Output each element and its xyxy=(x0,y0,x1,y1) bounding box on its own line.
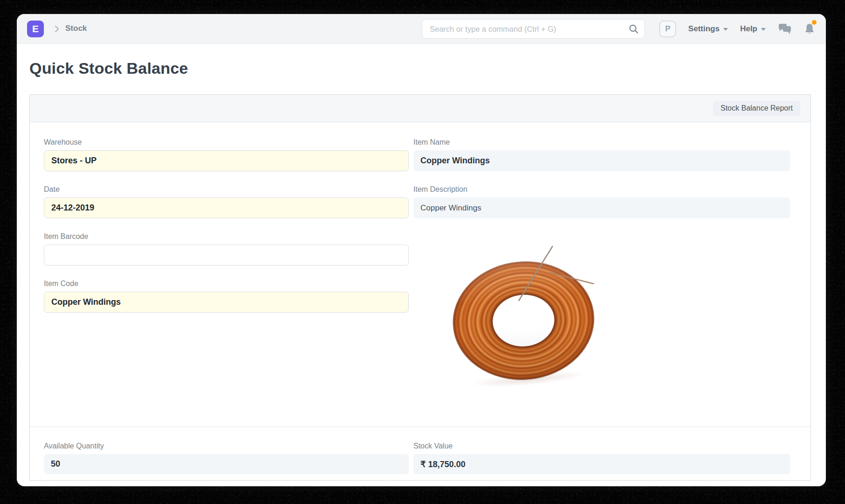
navbar-right-cluster: P Settings Help xyxy=(659,14,815,44)
user-avatar[interactable]: P xyxy=(659,21,676,37)
item-code-label: Item Code xyxy=(44,279,409,288)
quick-stock-balance-card: Stock Balance Report Warehouse Date Item… xyxy=(29,94,811,481)
page-head: Quick Stock Balance xyxy=(17,44,826,94)
notifications-button[interactable] xyxy=(804,23,815,35)
form-body: Warehouse Date Item Barcode Item Code It… xyxy=(30,122,810,426)
navbar: E Stock P Settings Help xyxy=(17,14,826,44)
help-label: Help xyxy=(740,24,757,34)
search-icon[interactable] xyxy=(629,24,639,34)
item-barcode-label: Item Barcode xyxy=(44,232,409,241)
help-menu[interactable]: Help xyxy=(740,24,766,34)
breadcrumb-stock-link[interactable]: Stock xyxy=(65,24,87,33)
form-column-left: Warehouse Date Item Barcode Item Code xyxy=(44,122,409,426)
item-description-value: Copper Windings xyxy=(413,197,790,218)
stock-balance-report-button[interactable]: Stock Balance Report xyxy=(713,101,800,116)
date-label: Date xyxy=(44,185,409,194)
available-quantity-label: Available Quantity xyxy=(44,441,409,451)
app-window: E Stock P Settings Help xyxy=(17,14,826,486)
item-barcode-input[interactable] xyxy=(44,245,409,266)
totals-section: Available Quantity 50 Stock Value ₹ 18,7… xyxy=(30,427,810,481)
page-title: Quick Stock Balance xyxy=(29,59,188,77)
totals-column-right: Stock Value ₹ 18,750.00 xyxy=(413,427,790,481)
breadcrumb-chevron-icon xyxy=(52,24,62,34)
search-input[interactable] xyxy=(422,19,645,39)
item-name-value: Copper Windings xyxy=(413,150,790,171)
stock-value-value: ₹ 18,750.00 xyxy=(413,454,790,474)
date-input[interactable] xyxy=(44,197,409,218)
settings-menu[interactable]: Settings xyxy=(688,24,728,34)
coil-wire xyxy=(413,239,794,421)
avatar-letter: P xyxy=(665,24,670,34)
warehouse-input[interactable] xyxy=(44,150,409,171)
totals-column-left: Available Quantity 50 xyxy=(44,427,409,481)
available-quantity-value: 50 xyxy=(44,454,409,474)
chevron-down-icon xyxy=(761,28,766,31)
screenshot-stage: E Stock P Settings Help xyxy=(0,0,845,504)
card-toolbar: Stock Balance Report xyxy=(30,95,810,122)
chevron-down-icon xyxy=(723,28,728,31)
item-name-label: Item Name xyxy=(413,138,790,147)
item-code-input[interactable] xyxy=(44,292,409,313)
item-image xyxy=(413,239,794,421)
settings-label: Settings xyxy=(688,24,719,34)
warehouse-label: Warehouse xyxy=(44,138,409,147)
app-logo[interactable]: E xyxy=(27,21,44,37)
stock-value-label: Stock Value xyxy=(413,441,790,451)
logo-letter: E xyxy=(32,23,39,35)
messages-icon[interactable] xyxy=(778,23,792,35)
form-column-right: Item Name Copper Windings Item Descripti… xyxy=(413,122,790,426)
notification-dot xyxy=(812,20,817,25)
global-search xyxy=(422,19,645,39)
item-description-label: Item Description xyxy=(413,185,790,194)
